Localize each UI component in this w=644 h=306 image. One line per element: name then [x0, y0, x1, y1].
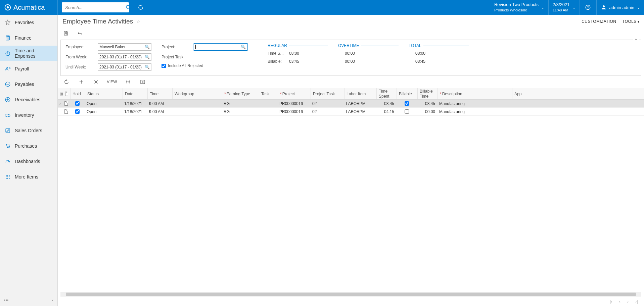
search-box[interactable]: [62, 2, 129, 12]
col-task[interactable]: Task: [259, 88, 278, 99]
pager-first[interactable]: |‹: [610, 299, 612, 304]
collapse-sidebar-button[interactable]: ‹: [52, 298, 53, 303]
col-project-task[interactable]: Project Task: [311, 88, 344, 99]
pager-last[interactable]: ›|: [635, 299, 638, 304]
time-spent-cell[interactable]: 04:15: [376, 109, 396, 114]
status-cell[interactable]: Open: [85, 101, 122, 106]
tools-menu[interactable]: TOOLS: [622, 19, 639, 24]
earning-cell[interactable]: RG: [222, 101, 259, 106]
sidebar-item-finance[interactable]: Finance: [0, 30, 57, 46]
time-spent-cell[interactable]: 03:45: [376, 101, 396, 106]
grid-delete-button[interactable]: [92, 78, 100, 86]
brand-logo[interactable]: Acumatica: [0, 0, 58, 15]
project-task-cell[interactable]: 02: [310, 101, 344, 106]
earning-cell[interactable]: RG: [222, 109, 259, 114]
sidebar-item-payables[interactable]: Payables: [0, 76, 57, 92]
sidebar-item-dashboards[interactable]: Dashboards: [0, 154, 57, 169]
col-workgroup[interactable]: Workgroup: [173, 88, 222, 99]
favorite-toggle[interactable]: ☆: [136, 19, 140, 24]
svg-point-36: [7, 176, 8, 177]
until-week-field[interactable]: 2021-03 (01/17 - 01/23) 🔍: [98, 63, 151, 71]
col-labor-item[interactable]: Labor Item: [344, 88, 377, 99]
col-time[interactable]: Time: [148, 88, 173, 99]
col-billable-time[interactable]: BillableTime: [418, 88, 438, 99]
undo-button[interactable]: [76, 29, 84, 37]
business-date[interactable]: 2/3/2021 11:48 AM ⌄: [548, 0, 580, 15]
status-cell[interactable]: Open: [85, 109, 122, 114]
col-files[interactable]: [63, 88, 71, 99]
table-row[interactable]: ›Open1/18/20219:00 AMRGPR0000001602LABOR…: [58, 100, 644, 108]
hold-cell[interactable]: [70, 101, 85, 106]
lookup-icon[interactable]: 🔍: [145, 55, 150, 59]
time-cell[interactable]: 9:00 AM: [147, 101, 172, 106]
svg-rect-28: [6, 129, 10, 133]
project-field[interactable]: 🔍: [194, 43, 247, 51]
pager-prev[interactable]: ‹: [619, 299, 620, 304]
col-project[interactable]: Project: [278, 88, 311, 99]
billable-cell[interactable]: [396, 101, 417, 106]
grid-fit-columns-button[interactable]: [124, 78, 132, 86]
sidebar-item-favorites[interactable]: Favorites: [0, 15, 57, 30]
date-cell[interactable]: 1/18/2021: [122, 109, 147, 114]
ellipsis-button[interactable]: •••: [4, 298, 9, 303]
labor-cell[interactable]: LABORPM: [344, 101, 376, 106]
user-menu[interactable]: admin admin ⌄: [596, 0, 644, 15]
employee-field[interactable]: Maxwell Baker 🔍: [98, 43, 151, 51]
cart-icon: [4, 142, 11, 150]
grid-view-button[interactable]: VIEW: [107, 80, 117, 84]
lookup-icon[interactable]: 🔍: [145, 65, 150, 69]
col-status[interactable]: Status: [85, 88, 123, 99]
col-description[interactable]: Description: [438, 88, 512, 99]
project-task-cell[interactable]: 02: [310, 109, 344, 114]
col-selector[interactable]: ⊞: [58, 88, 63, 99]
sidebar-item-time-expenses[interactable]: Time and Expenses: [0, 46, 57, 61]
project-cell[interactable]: PR00000016: [277, 101, 310, 106]
hold-cell[interactable]: [70, 109, 85, 114]
col-hold[interactable]: Hold: [71, 88, 85, 99]
col-approver[interactable]: App: [512, 88, 523, 99]
date-cell[interactable]: 1/18/2021: [122, 101, 147, 106]
svg-point-11: [8, 38, 9, 39]
include-rejected-checkbox[interactable]: [162, 64, 166, 68]
sidebar-item-more[interactable]: More Items: [0, 169, 57, 185]
stat-label: Billable:: [268, 59, 287, 64]
files-cell[interactable]: [62, 109, 70, 114]
files-cell[interactable]: [62, 101, 70, 106]
horizontal-scrollbar[interactable]: [60, 292, 641, 297]
grid-refresh-button[interactable]: [62, 78, 71, 86]
col-time-spent[interactable]: TimeSpent: [377, 88, 397, 99]
time-cell[interactable]: 9:00 AM: [147, 109, 172, 114]
lookup-icon[interactable]: 🔍: [145, 45, 150, 49]
lookup-icon[interactable]: 🔍: [241, 45, 246, 49]
sidebar-item-inventory[interactable]: Inventory: [0, 107, 57, 123]
project-cell[interactable]: PR00000016: [277, 109, 310, 114]
sidebar-item-payroll[interactable]: $ Payroll: [0, 61, 57, 76]
grid-export-excel-button[interactable]: X: [139, 78, 147, 86]
col-billable[interactable]: Billable: [397, 88, 418, 99]
labor-cell[interactable]: LABORPM: [344, 109, 376, 114]
sidebar-item-receivables[interactable]: Receivables: [0, 92, 57, 107]
pager: |‹ ‹ › ›|: [58, 297, 644, 306]
billable-time-cell[interactable]: 03:45: [417, 101, 437, 106]
from-week-field[interactable]: 2021-03 (01/17 - 01/23) 🔍: [98, 53, 151, 61]
description-cell[interactable]: Manufacturing: [437, 109, 512, 114]
refresh-button[interactable]: [133, 0, 148, 15]
svg-point-1: [7, 6, 9, 8]
description-cell[interactable]: Manufacturing: [437, 101, 512, 106]
sidebar-item-sales-orders[interactable]: Sales Orders: [0, 123, 57, 138]
billable-cell[interactable]: [396, 109, 417, 114]
company-selector[interactable]: Revision Two Products Products Wholesale…: [490, 0, 548, 15]
table-row[interactable]: Open1/18/20219:00 AMRGPR0000001602LABORP…: [58, 108, 644, 116]
grid-add-button[interactable]: [77, 78, 85, 86]
collapse-panel-button[interactable]: ⌃: [633, 38, 639, 43]
help-button[interactable]: ?: [580, 0, 596, 15]
search-input[interactable]: [62, 5, 125, 10]
customization-link[interactable]: CUSTOMIZATION: [582, 19, 616, 24]
billable-time-cell[interactable]: 00:00: [417, 109, 437, 114]
col-date[interactable]: Date: [123, 88, 148, 99]
search-icon[interactable]: [125, 4, 131, 10]
save-button[interactable]: [62, 29, 70, 37]
pager-next[interactable]: ›: [627, 299, 629, 304]
col-earning-type[interactable]: Earning Type: [222, 88, 259, 99]
sidebar-item-purchases[interactable]: Purchases: [0, 138, 57, 154]
